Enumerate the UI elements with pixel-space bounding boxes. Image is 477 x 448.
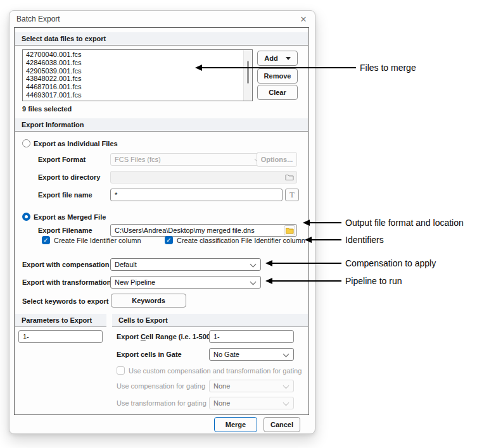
checkbox-classification-identifier[interactable]: ✓: [165, 236, 173, 244]
export-filename-pattern-value: *: [115, 191, 117, 199]
comp-gating-value: None: [213, 382, 230, 390]
radio-export-individual-label: Export as Individual Files: [34, 137, 118, 150]
compensation-select[interactable]: Default: [110, 258, 261, 271]
parameters-range-value: 1-: [23, 333, 29, 340]
close-icon[interactable]: ✕: [297, 13, 310, 25]
options-button[interactable]: Options...: [257, 152, 297, 167]
clear-button-label: Clear: [269, 89, 286, 96]
annotation-output-location: Output file format and location: [345, 218, 464, 228]
checkbox-classification-identifier-label: Create classification File Identifier co…: [177, 234, 305, 247]
dialog-title: Batch Export: [16, 15, 60, 23]
files-section-header: Select data files to export: [15, 32, 308, 46]
keywords-button[interactable]: Keywords: [111, 294, 186, 308]
add-dropdown-caret-icon: [286, 57, 291, 60]
checkbox-custom-gating-label: Use custom compensation and transformati…: [129, 364, 302, 377]
parameters-section-header: Parameters to Export: [15, 314, 106, 327]
trans-gating-select[interactable]: None: [209, 397, 294, 409]
trans-gating-label: Use transformation for gating: [117, 397, 207, 409]
cell-range-value: 1-: [213, 333, 220, 340]
radio-export-merged[interactable]: [22, 213, 30, 221]
files-selected-count: 9 files selected: [22, 103, 72, 115]
merge-button-label: Merge: [226, 421, 246, 428]
export-filename-pattern-label: Export file name: [38, 189, 92, 201]
export-directory-field[interactable]: [110, 171, 297, 184]
transformation-label: Export with transformation: [22, 276, 111, 289]
export-directory-label: Export to directory: [38, 171, 100, 184]
keywords-label: Select keywords to export: [22, 295, 108, 308]
comp-gating-label: Use compensation for gating: [117, 380, 205, 392]
annotation-compensation: Compensation to apply: [345, 258, 436, 268]
chevron-down-icon: [283, 400, 289, 406]
list-item[interactable]: 43848022.001.fcs: [23, 75, 244, 83]
annotation-arrow-head: [305, 237, 312, 243]
screenshot-page: Batch Export ✕ Select data files to expo…: [0, 0, 477, 448]
options-button-label: Options...: [261, 156, 293, 163]
transformation-value: New Pipeline: [115, 278, 155, 286]
radio-export-individual[interactable]: [22, 139, 30, 147]
annotation-files-to-merge: Files to merge: [360, 63, 416, 73]
annotation-arrow-shaft: [311, 239, 341, 240]
annotation-arrow-head: [265, 260, 272, 266]
annotation-arrow-shaft: [272, 280, 341, 282]
scrollbar-track[interactable]: [243, 50, 252, 101]
annotation-pipeline: Pipeline to run: [345, 276, 402, 286]
text-template-button[interactable]: T: [285, 189, 299, 201]
list-item[interactable]: 42846038.001.fcs: [23, 59, 244, 67]
merge-button[interactable]: Merge: [214, 417, 257, 432]
parameters-range-field[interactable]: 1-: [18, 330, 103, 343]
list-item[interactable]: 42700040.001.fcs: [23, 51, 244, 59]
title-bar: Batch Export ✕: [10, 11, 315, 27]
checkmark-icon: ✓: [166, 237, 171, 244]
radio-export-merged-label: Export as Merged File: [34, 211, 106, 223]
transformation-select[interactable]: New Pipeline: [110, 276, 261, 289]
cell-range-label-post: ell Range (i.e. 1-5000): [146, 333, 217, 340]
cell-range-label: Export Cell Range (i.e. 1-5000): [117, 330, 217, 343]
annotation-identifiers: Identifiers: [345, 235, 384, 245]
chevron-down-icon: [250, 279, 257, 285]
checkbox-file-identifier[interactable]: ✓: [42, 236, 50, 244]
remove-button[interactable]: Remove: [257, 68, 298, 84]
gate-select[interactable]: No Gate: [209, 348, 294, 361]
cells-section-header: Cells to Export: [112, 314, 308, 327]
cell-range-field[interactable]: 1-: [209, 330, 294, 343]
scrollbar-thumb[interactable]: [247, 61, 249, 84]
chevron-down-icon: [250, 261, 257, 268]
folder-icon[interactable]: [285, 173, 294, 181]
cell-range-label-pre: Export: [117, 333, 141, 340]
export-filename-pattern-field[interactable]: *: [110, 189, 283, 201]
gate-label: Export cells in Gate: [117, 348, 182, 361]
comp-gating-select[interactable]: None: [209, 380, 294, 392]
list-item[interactable]: 44712018.001.fcs: [23, 99, 244, 101]
list-item[interactable]: 44687016.001.fcs: [23, 83, 244, 91]
cancel-button-label: Cancel: [270, 421, 293, 428]
remove-button-label: Remove: [264, 72, 291, 80]
checkbox-file-identifier-label: Create File Identifier column: [54, 234, 141, 247]
annotation-arrow-shaft: [201, 67, 356, 68]
gate-value: No Gate: [213, 351, 239, 358]
add-button[interactable]: Add: [257, 51, 298, 66]
checkmark-icon: ✓: [43, 237, 48, 244]
dialog-content: Select data files to export 42700040.001…: [14, 27, 309, 415]
text-template-icon: T: [289, 190, 295, 200]
clear-button[interactable]: Clear: [257, 85, 298, 100]
keywords-button-label: Keywords: [132, 297, 165, 304]
chevron-down-icon: [283, 351, 289, 358]
folder-open-icon: [286, 227, 294, 234]
add-button-label: Add: [264, 54, 277, 62]
file-listbox[interactable]: 42700040.001.fcs 42846038.001.fcs 429050…: [22, 49, 253, 101]
annotation-arrow-shaft: [272, 263, 341, 264]
cancel-button[interactable]: Cancel: [264, 417, 300, 432]
merged-filename-value: C:\Users\Andrea\Desktop\my merged file.d…: [115, 227, 255, 234]
trans-gating-value: None: [213, 399, 230, 407]
annotation-arrow-head: [195, 65, 202, 71]
export-format-select[interactable]: FCS Files (fcs): [110, 153, 265, 166]
annotation-arrow-head: [265, 278, 272, 284]
annotation-arrow-shaft: [309, 222, 341, 223]
annotation-arrow-head: [303, 220, 310, 226]
list-item[interactable]: 44693017.001.fcs: [23, 91, 244, 99]
compensation-value: Default: [115, 261, 137, 268]
export-info-header: Export Information: [15, 118, 308, 132]
export-format-value: FCS Files (fcs): [115, 156, 161, 163]
checkbox-custom-gating[interactable]: [117, 366, 125, 375]
batch-export-dialog: Batch Export ✕ Select data files to expo…: [9, 10, 315, 434]
